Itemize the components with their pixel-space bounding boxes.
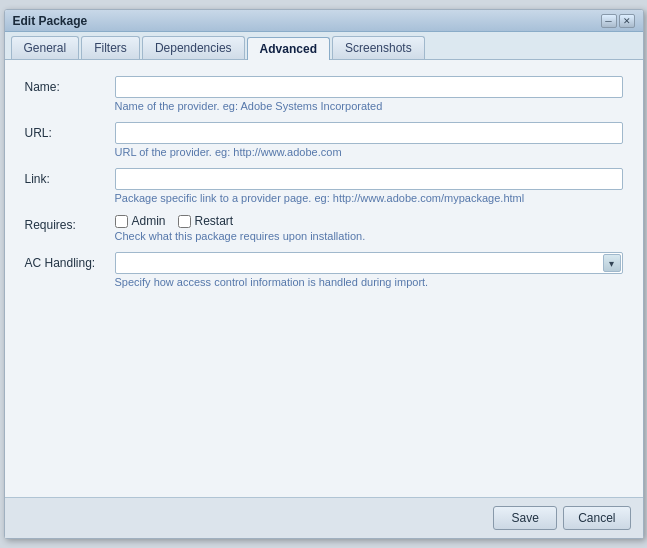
ac-handling-hint: Specify how access control information i… (115, 276, 623, 288)
ac-handling-field-group: AC Handling: ▾ Specify how access contro… (25, 252, 623, 296)
name-input-wrap: Name of the provider. eg: Adobe Systems … (115, 76, 623, 120)
window-title: Edit Package (13, 14, 88, 28)
url-label: URL: (25, 122, 115, 140)
url-field-group: URL: URL of the provider. eg: http://www… (25, 122, 623, 166)
admin-checkbox-item[interactable]: Admin (115, 214, 166, 228)
name-hint: Name of the provider. eg: Adobe Systems … (115, 100, 623, 112)
checkboxes-row: Admin Restart (115, 214, 623, 228)
restart-checkbox-label: Restart (195, 214, 234, 228)
requires-input-wrap: Admin Restart Check what this package re… (115, 214, 623, 250)
admin-checkbox-label: Admin (132, 214, 166, 228)
restart-checkbox-item[interactable]: Restart (178, 214, 234, 228)
tab-screenshots[interactable]: Screenshots (332, 36, 425, 59)
cancel-button[interactable]: Cancel (563, 506, 630, 530)
tab-filters[interactable]: Filters (81, 36, 140, 59)
requires-hint: Check what this package requires upon in… (115, 230, 623, 242)
ac-handling-select-wrap: ▾ (115, 252, 623, 274)
minimize-button[interactable]: ─ (601, 14, 617, 28)
window-controls: ─ ✕ (601, 14, 635, 28)
url-hint: URL of the provider. eg: http://www.adob… (115, 146, 623, 158)
admin-checkbox[interactable] (115, 215, 128, 228)
title-bar: Edit Package ─ ✕ (5, 10, 643, 32)
url-input[interactable] (115, 122, 623, 144)
footer: Save Cancel (5, 497, 643, 538)
name-field-group: Name: Name of the provider. eg: Adobe Sy… (25, 76, 623, 120)
url-input-wrap: URL of the provider. eg: http://www.adob… (115, 122, 623, 166)
close-button[interactable]: ✕ (619, 14, 635, 28)
form-content: Name: Name of the provider. eg: Adobe Sy… (5, 60, 643, 497)
link-label: Link: (25, 168, 115, 186)
link-field-group: Link: Package specific link to a provide… (25, 168, 623, 212)
ac-handling-input-wrap: ▾ Specify how access control information… (115, 252, 623, 296)
tab-bar: General Filters Dependencies Advanced Sc… (5, 32, 643, 60)
tab-general[interactable]: General (11, 36, 80, 59)
link-hint: Package specific link to a provider page… (115, 192, 623, 204)
link-input-wrap: Package specific link to a provider page… (115, 168, 623, 212)
ac-handling-label: AC Handling: (25, 252, 115, 270)
ac-handling-select[interactable] (115, 252, 623, 274)
link-input[interactable] (115, 168, 623, 190)
save-button[interactable]: Save (493, 506, 557, 530)
edit-package-window: Edit Package ─ ✕ General Filters Depende… (4, 9, 644, 539)
requires-label: Requires: (25, 214, 115, 232)
requires-field-group: Requires: Admin Restart Check what this … (25, 214, 623, 250)
tab-dependencies[interactable]: Dependencies (142, 36, 245, 59)
tab-advanced[interactable]: Advanced (247, 37, 330, 60)
name-input[interactable] (115, 76, 623, 98)
name-label: Name: (25, 76, 115, 94)
restart-checkbox[interactable] (178, 215, 191, 228)
